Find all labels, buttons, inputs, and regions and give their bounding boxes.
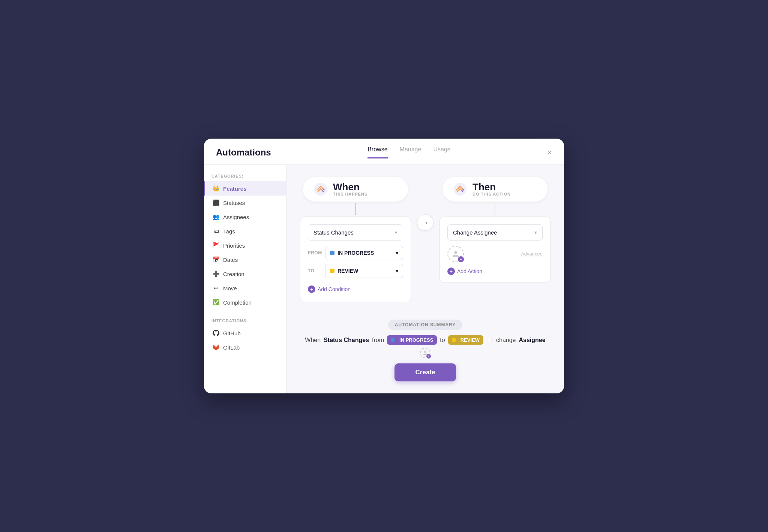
to-status-chevron: ▾ — [396, 268, 398, 274]
sidebar-item-label-github: GitHub — [223, 330, 241, 336]
statuses-icon: ⬛ — [213, 199, 219, 206]
close-button[interactable]: × — [547, 148, 552, 157]
sidebar-item-gitlab[interactable]: GitLab — [204, 340, 286, 354]
sidebar-item-priorities[interactable]: 🚩 Priorities — [204, 238, 286, 253]
to-row: TO REVIEW ▾ — [308, 264, 403, 278]
when-panel: When THIS HAPPENS Status Changes ▾ FROM — [300, 177, 411, 302]
sidebar-item-dates[interactable]: 📅 Dates — [204, 253, 286, 267]
github-icon — [213, 330, 219, 336]
assignee-placeholder: + Advanced — [447, 246, 543, 262]
then-panel-box: Change Assignee ▾ + Advanced + — [440, 217, 550, 283]
tab-browse[interactable]: Browse — [368, 146, 387, 158]
when-panel-box: Status Changes ▾ FROM IN PROGRESS — [300, 217, 411, 302]
sidebar: CATEGORIES: 👑 Features ⬛ Statuses 👥 Assi… — [204, 165, 286, 393]
automations-modal: Automations Browse Manage Usage × CATEGO… — [204, 139, 564, 393]
sidebar-item-completion[interactable]: ✅ Completion — [204, 295, 286, 309]
sidebar-item-label-move: Move — [223, 285, 237, 291]
summary-trigger-bold: Status Changes — [324, 337, 369, 344]
modal-header: Automations Browse Manage Usage × — [204, 139, 564, 165]
sidebar-item-statuses[interactable]: ⬛ Statuses — [204, 196, 286, 210]
trigger-select-chevron: ▾ — [395, 230, 398, 235]
sidebar-item-label-dates: Dates — [223, 257, 238, 263]
clickup-logo-when — [314, 182, 328, 196]
then-panel-header: Then DO THIS ACTION — [442, 177, 548, 202]
completion-icon: ✅ — [213, 299, 219, 306]
summary-from-badge: IN PROGRESS — [387, 335, 437, 345]
advanced-link[interactable]: Advanced — [521, 251, 543, 257]
trigger-select-label: Status Changes — [314, 229, 354, 236]
to-label: TO — [308, 268, 321, 273]
from-status-dot — [330, 251, 334, 255]
integrations-label: INTEGRATIONS: — [204, 318, 286, 326]
summary-label: AUTOMATION SUMMARY — [388, 320, 462, 330]
create-button[interactable]: Create — [394, 363, 456, 381]
summary-arrow-icon: → — [486, 336, 493, 344]
when-title-block: When THIS HAPPENS — [333, 182, 368, 196]
summary-assignee-icon: + — [420, 348, 430, 358]
sidebar-item-creation[interactable]: ➕ Creation — [204, 267, 286, 281]
when-title: When — [333, 182, 368, 192]
summary-to-status: REVIEW — [460, 337, 480, 343]
summary-to-badge: REVIEW — [448, 335, 483, 345]
summary-from-word: from — [372, 337, 384, 344]
assignees-icon: 👥 — [213, 214, 219, 220]
from-label: FROM — [308, 250, 321, 256]
summary-when-prefix: When — [305, 337, 321, 344]
priorities-icon: 🚩 — [213, 242, 219, 249]
sidebar-item-label-assignees: Assignees — [223, 214, 249, 220]
automation-summary-section: AUTOMATION SUMMARY When Status Changes f… — [300, 320, 550, 381]
sidebar-item-label-completion: Completion — [223, 299, 252, 306]
add-condition-button[interactable]: + Add Condition — [308, 284, 403, 294]
sidebar-item-move[interactable]: ↩ Move — [204, 281, 286, 295]
sidebar-item-tags[interactable]: 🏷 Tags — [204, 224, 286, 238]
summary-from-status: IN PROGRESS — [399, 337, 433, 343]
assignee-plus-icon: + — [458, 256, 464, 262]
summary-to-dot — [452, 338, 456, 342]
from-to-section: FROM IN PROGRESS ▾ TO — [308, 246, 403, 278]
when-subtitle: THIS HAPPENS — [333, 192, 368, 196]
summary-to-word: to — [440, 337, 445, 344]
sidebar-item-label-gitlab: GitLab — [223, 344, 240, 351]
trigger-select[interactable]: Status Changes ▾ — [308, 224, 403, 241]
add-action-button[interactable]: + Add Action — [447, 267, 543, 275]
from-status-select[interactable]: IN PROGRESS ▾ — [325, 246, 403, 260]
summary-text: When Status Changes from IN PROGRESS to … — [300, 335, 550, 358]
modal-body: CATEGORIES: 👑 Features ⬛ Statuses 👥 Assi… — [204, 165, 564, 393]
sidebar-item-label-priorities: Priorities — [223, 242, 245, 249]
then-panel: Then DO THIS ACTION Change Assignee ▾ — [440, 177, 550, 283]
arrow-circle-icon: → — [417, 214, 434, 231]
sidebar-item-features[interactable]: 👑 Features — [204, 181, 286, 196]
tab-bar: Browse Manage Usage — [368, 146, 450, 158]
summary-assignee-plus-icon: + — [426, 354, 431, 359]
sidebar-item-label-features: Features — [223, 185, 247, 192]
arrow-connector: → — [411, 214, 440, 231]
gitlab-icon — [213, 344, 219, 351]
add-condition-plus-icon: + — [308, 285, 315, 293]
when-connector-line — [355, 203, 356, 215]
main-content: When THIS HAPPENS Status Changes ▾ FROM — [286, 165, 564, 393]
summary-from-dot — [391, 338, 394, 342]
from-row: FROM IN PROGRESS ▾ — [308, 246, 403, 260]
when-then-row: When THIS HAPPENS Status Changes ▾ FROM — [300, 177, 550, 302]
sidebar-item-github[interactable]: GitHub — [204, 326, 286, 340]
tab-manage[interactable]: Manage — [400, 146, 422, 158]
then-subtitle: DO THIS ACTION — [472, 192, 511, 196]
sidebar-item-assignees[interactable]: 👥 Assignees — [204, 210, 286, 224]
then-title-block: Then DO THIS ACTION — [472, 182, 511, 196]
tab-usage[interactable]: Usage — [433, 146, 450, 158]
dates-icon: 📅 — [213, 256, 219, 263]
to-status-select[interactable]: REVIEW ▾ — [325, 264, 403, 278]
assignee-avatar-placeholder[interactable]: + — [447, 246, 464, 262]
sidebar-item-label-tags: Tags — [223, 228, 235, 235]
categories-label: CATEGORIES: — [204, 174, 286, 181]
action-select[interactable]: Change Assignee ▾ — [447, 224, 543, 241]
sidebar-item-label-creation: Creation — [223, 271, 244, 277]
add-condition-label: Add Condition — [318, 286, 351, 292]
then-title: Then — [472, 182, 511, 192]
tags-icon: 🏷 — [213, 228, 219, 235]
move-icon: ↩ — [213, 285, 219, 291]
to-status-label: REVIEW — [338, 268, 358, 274]
to-status-dot — [330, 269, 334, 273]
action-select-label: Change Assignee — [453, 229, 497, 236]
features-icon: 👑 — [213, 185, 219, 192]
